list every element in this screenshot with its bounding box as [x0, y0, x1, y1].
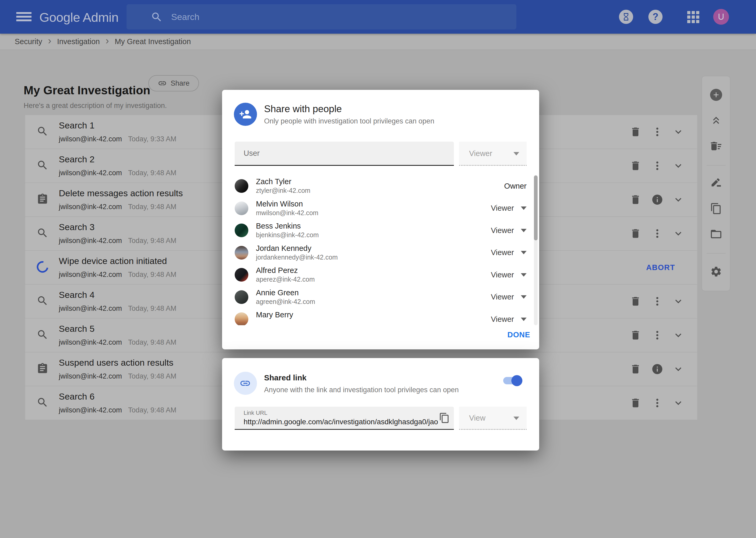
avatar [235, 246, 248, 259]
dropdown-caret-icon [513, 416, 519, 420]
people-list: Zach Tyler ztyler@ink-42.com Owner Melvi… [222, 175, 539, 325]
person-row: Jordan Kennedy jordankennedy@ink-42.com … [222, 242, 539, 264]
dropdown-caret-icon [521, 251, 527, 254]
delete-icon[interactable] [629, 159, 642, 172]
global-search [126, 4, 516, 29]
delete-icon[interactable] [629, 363, 642, 375]
double-chevron-up-icon [710, 114, 722, 126]
avatar [235, 201, 248, 215]
settings-button[interactable] [710, 265, 722, 278]
more-options-icon[interactable] [651, 159, 664, 172]
more-options-icon[interactable] [651, 126, 664, 138]
search-icon [36, 294, 49, 308]
hourglass-icon [622, 12, 631, 21]
share-button[interactable]: Share [148, 75, 199, 91]
person-role-select[interactable]: Viewer [491, 264, 527, 286]
info-icon[interactable] [651, 363, 664, 375]
more-options-icon[interactable] [651, 295, 664, 308]
move-to-folder-button[interactable] [710, 228, 722, 241]
person-role-select[interactable]: Viewer [491, 197, 527, 220]
avatar [235, 268, 248, 282]
person-email: aperez@ink-42.com [256, 276, 315, 283]
side-toolbar [702, 76, 730, 291]
expand-row-icon[interactable] [672, 159, 685, 172]
link-role-select[interactable]: View [459, 407, 527, 430]
page-title: My Great Investigation [24, 83, 150, 97]
dropdown-caret-icon [521, 295, 527, 299]
shared-link-toggle[interactable] [503, 377, 522, 384]
progress-spinner-icon [36, 260, 49, 274]
plus-icon [712, 91, 720, 99]
edit-button[interactable] [710, 177, 722, 190]
person-role-select[interactable]: Viewer [491, 219, 527, 242]
expand-row-icon[interactable] [672, 126, 685, 138]
person-row: Zach Tyler ztyler@ink-42.com Owner [222, 175, 539, 197]
duplicate-button[interactable] [710, 202, 722, 215]
logo-admin: Admin [83, 10, 118, 25]
person-row: Annie Green agreen@ink-42.com Viewer [222, 286, 539, 308]
done-button[interactable]: DONE [507, 331, 530, 339]
search-icon [36, 125, 49, 138]
clear-list-button[interactable] [710, 140, 722, 152]
delete-icon[interactable] [629, 329, 642, 342]
menu-icon[interactable] [16, 12, 31, 22]
more-options-icon[interactable] [651, 227, 664, 240]
person-role-value: Viewer [491, 204, 514, 213]
breadcrumb-security[interactable]: Security [15, 37, 42, 46]
breadcrumb: Security › Investigation › My Great Inve… [0, 34, 756, 50]
person-row: Alfred Perez aperez@ink-42.com Viewer [222, 264, 539, 286]
row-title: Search 6 [59, 392, 95, 402]
avatar [235, 224, 248, 237]
add-button[interactable] [710, 89, 722, 101]
person-role-select[interactable]: Owner [504, 175, 527, 197]
avatar [235, 179, 248, 193]
delete-icon[interactable] [629, 126, 642, 138]
abort-button[interactable]: ABORT [646, 250, 675, 285]
person-role-select[interactable]: Viewer [491, 308, 527, 325]
more-options-icon[interactable] [651, 397, 664, 409]
delete-icon[interactable] [629, 397, 642, 409]
dropdown-caret-icon [521, 229, 527, 232]
search-input[interactable] [170, 4, 507, 29]
person-role-select[interactable]: Viewer [491, 286, 527, 308]
avatar [235, 312, 248, 325]
collapse-all-button[interactable] [710, 114, 722, 127]
delete-icon[interactable] [629, 193, 642, 206]
expand-row-icon[interactable] [672, 227, 685, 240]
row-timestamp: Today, 9:48 AM [128, 304, 176, 313]
person-role-select[interactable]: Viewer [491, 242, 527, 264]
topbar: GoogleAdmin ? U [0, 0, 756, 34]
google-admin-logo: GoogleAdmin [39, 10, 118, 25]
delete-icon[interactable] [629, 227, 642, 240]
gear-icon [710, 266, 722, 278]
expand-row-icon[interactable] [672, 397, 685, 409]
row-title: Search 4 [59, 290, 95, 300]
link-icon [158, 79, 167, 88]
breadcrumb-investigation[interactable]: Investigation [57, 37, 100, 46]
expand-row-icon[interactable] [672, 363, 685, 375]
row-title: Search 5 [59, 324, 95, 334]
role-select[interactable]: Viewer [459, 141, 527, 166]
link-url-value[interactable]: http://admin.google.com/ac/investigation… [244, 418, 438, 426]
expand-row-icon[interactable] [672, 329, 685, 342]
dropdown-caret-icon [521, 318, 527, 321]
expand-row-icon[interactable] [672, 295, 685, 308]
row-timestamp: Today, 9:48 AM [128, 203, 176, 211]
row-owner-email: jwilson@ink-42.com [59, 304, 122, 313]
row-owner-email: jwilson@ink-42.com [59, 203, 122, 211]
user-input[interactable] [235, 141, 454, 165]
more-options-icon[interactable] [651, 329, 664, 342]
scrollbar-thumb[interactable] [534, 176, 538, 241]
dialog-title: Share with people [264, 103, 342, 115]
apps-grid-icon[interactable] [687, 11, 699, 23]
help-button[interactable]: ? [648, 10, 663, 24]
copy-link-button[interactable] [438, 412, 450, 424]
account-avatar[interactable]: U [713, 9, 729, 25]
row-timestamp: Today, 9:48 AM [128, 338, 176, 347]
person-email: agreen@ink-42.com [256, 298, 315, 305]
scrollbar-track[interactable] [534, 175, 538, 325]
delete-icon[interactable] [629, 295, 642, 308]
info-icon[interactable] [651, 193, 664, 206]
expand-row-icon[interactable] [672, 193, 685, 206]
pending-tasks-button[interactable] [619, 10, 633, 24]
